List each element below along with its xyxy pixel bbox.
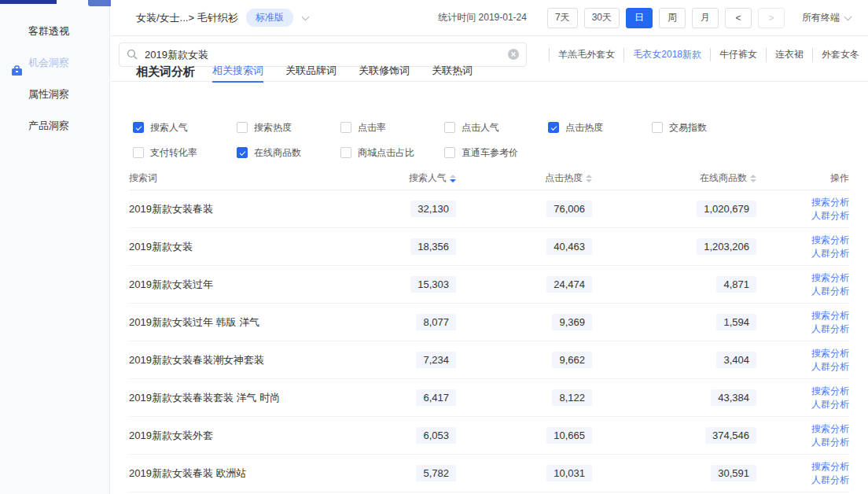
checkbox-icon (133, 147, 144, 158)
col-header-search-pop[interactable]: 搜索人气 (362, 171, 456, 185)
click-heat-cell: 9,369 (456, 314, 592, 330)
table-row: 2019新款女装过年 韩版 洋气 8,077 9,369 1,594 搜索分析 … (129, 304, 850, 341)
hot-links: 羊羔毛外套女 毛衣女2018新款 牛仔裤女 连衣裙 外套女冬 (549, 48, 868, 61)
terminal-selector[interactable]: 所有终端 (802, 11, 851, 24)
breadcrumb[interactable]: 女装/女士...> 毛针织衫 (136, 11, 238, 25)
tab[interactable]: 关联热词 (432, 62, 473, 82)
metric-checkbox[interactable]: 在线商品数 (237, 146, 340, 160)
tab[interactable]: 关联品牌词 (285, 62, 337, 82)
search-analysis-link[interactable]: 搜索分析 (756, 385, 849, 398)
keyword-cell: 2019新款女装过年 (129, 278, 362, 292)
crowd-analysis-link[interactable]: 人群分析 (756, 285, 849, 298)
sidebar-item[interactable]: 客群透视 (0, 16, 109, 47)
search-pop-value: 32,130 (410, 201, 456, 217)
crowd-analysis-link[interactable]: 人群分析 (756, 436, 849, 449)
metric-checkbox[interactable]: 点击率 (340, 121, 444, 135)
search-analysis-link[interactable]: 搜索分析 (756, 347, 849, 360)
keyword-cell: 2019新款女装过年 韩版 洋气 (129, 315, 362, 330)
crowd-analysis-link[interactable]: 人群分析 (756, 247, 849, 260)
keyword-cell: 2019新款女装 (129, 240, 362, 254)
metric-filters: 搜索人气 搜索热度 点击率 点击人气 (111, 115, 756, 165)
prev-icon: < (735, 13, 741, 24)
col-header-online-items[interactable]: 在线商品数 (592, 171, 756, 185)
next-period-button[interactable]: > (758, 8, 785, 28)
metric-checkbox[interactable]: 搜索人气 (133, 121, 237, 135)
period-button[interactable]: 日 (626, 8, 653, 28)
search-analysis-link[interactable]: 搜索分析 (756, 309, 849, 323)
period-button[interactable]: 7天 (547, 8, 578, 28)
metric-checkbox-label: 点击热度 (565, 121, 603, 135)
online-items-value: 1,594 (716, 314, 756, 330)
click-heat-value: 10,031 (546, 465, 592, 481)
action-cell: 搜索分析 人群分析 (756, 196, 849, 223)
prev-period-button[interactable]: < (725, 8, 752, 28)
click-heat-cell: 76,006 (456, 201, 592, 217)
sidebar-item[interactable]: 机会洞察 (0, 47, 109, 79)
search-pop-value: 6,053 (416, 427, 456, 444)
crowd-analysis-link[interactable]: 人群分析 (756, 398, 849, 411)
hot-link[interactable]: 毛衣女2018新款 (623, 48, 710, 61)
click-heat-value: 40,463 (546, 238, 592, 255)
search-pop-value: 15,303 (410, 276, 456, 293)
action-cell: 搜索分析 人群分析 (756, 347, 849, 374)
action-cell: 搜索分析 人群分析 (756, 385, 849, 411)
metric-checkbox-label: 在线商品数 (254, 146, 301, 160)
checkbox-icon (340, 147, 351, 158)
metric-checkbox-label: 点击人气 (462, 121, 499, 135)
sidebar-item[interactable]: 产品洞察 (0, 110, 109, 142)
metric-checkbox[interactable]: 直通车参考价 (444, 146, 548, 160)
search-pop-cell: 15,303 (362, 276, 456, 293)
search-pop-value: 18,356 (410, 238, 456, 255)
search-analysis-link[interactable]: 搜索分析 (756, 271, 849, 285)
crowd-analysis-link[interactable]: 人群分析 (756, 360, 849, 374)
click-heat-cell: 8,122 (456, 389, 592, 406)
action-cell: 搜索分析 人群分析 (756, 422, 849, 449)
metric-checkbox[interactable]: 商城点击占比 (340, 146, 444, 160)
col-header-click-heat[interactable]: 点击热度 (456, 171, 592, 185)
period-button[interactable]: 30天 (584, 8, 620, 28)
search-analysis-link[interactable]: 搜索分析 (756, 422, 849, 436)
col-header-label: 在线商品数 (700, 172, 747, 183)
chevron-down-icon[interactable] (301, 13, 309, 20)
metric-checkbox[interactable]: 支付转化率 (133, 146, 237, 160)
search-analysis-link[interactable]: 搜索分析 (756, 460, 849, 474)
search-pop-cell: 7,234 (362, 352, 456, 368)
hot-link[interactable]: 牛仔裤女 (710, 48, 766, 61)
clear-search-icon[interactable] (508, 49, 519, 63)
metric-checkbox[interactable]: 点击人气 (444, 121, 548, 135)
sidebar-item[interactable]: 属性洞察 (0, 79, 109, 110)
metric-checkbox-label: 搜索热度 (254, 121, 292, 135)
click-heat-cell: 10,031 (456, 465, 592, 481)
table-row: 2019新款女装春装 32,130 76,006 1,020,679 搜索分析 … (129, 190, 850, 228)
col-header-action: 操作 (756, 171, 849, 185)
period-button-label: 日 (634, 11, 644, 24)
online-items-cell: 43,384 (592, 389, 756, 406)
sidebar-item-label: 产品洞察 (28, 120, 69, 131)
search-pop-value: 7,234 (416, 352, 456, 368)
action-cell: 搜索分析 人群分析 (756, 460, 849, 487)
metric-checkbox[interactable]: 搜索热度 (237, 121, 340, 135)
metric-checkbox-label: 交易指数 (669, 121, 707, 135)
crowd-analysis-link[interactable]: 人群分析 (756, 323, 849, 336)
sort-icon (450, 175, 456, 182)
table-row: 2019新款女装 18,356 40,463 1,203,206 搜索分析 人群… (129, 228, 850, 266)
metric-checkbox[interactable]: 交易指数 (652, 121, 756, 135)
search-analysis-link[interactable]: 搜索分析 (756, 196, 849, 209)
online-items-value: 1,203,206 (697, 238, 756, 255)
crowd-analysis-link[interactable]: 人群分析 (756, 209, 849, 223)
period-button[interactable]: 周 (659, 8, 686, 28)
tab[interactable]: 关联修饰词 (359, 62, 410, 82)
hot-link[interactable]: 连衣裙 (766, 48, 812, 61)
crowd-analysis-link[interactable]: 人群分析 (756, 474, 849, 487)
search-analysis-link[interactable]: 搜索分析 (756, 234, 849, 247)
hot-link[interactable]: 外套女冬 (812, 48, 868, 61)
metric-checkbox-label: 支付转化率 (150, 146, 197, 160)
tab[interactable]: 相关搜索词 (212, 62, 263, 82)
keyword-cell: 2019新款女装外套 (129, 429, 362, 443)
search-pop-cell: 8,077 (362, 314, 456, 330)
period-button[interactable]: 月 (692, 8, 719, 28)
keyword-cell: 2019新款女装春装潮女神套装 (129, 353, 362, 367)
hot-link[interactable]: 羊羔毛外套女 (549, 48, 623, 61)
table-row: 2019新款女装春装 欧洲站 5,782 10,031 30,591 搜索分析 … (129, 455, 850, 492)
metric-checkbox[interactable]: 点击热度 (548, 121, 652, 135)
